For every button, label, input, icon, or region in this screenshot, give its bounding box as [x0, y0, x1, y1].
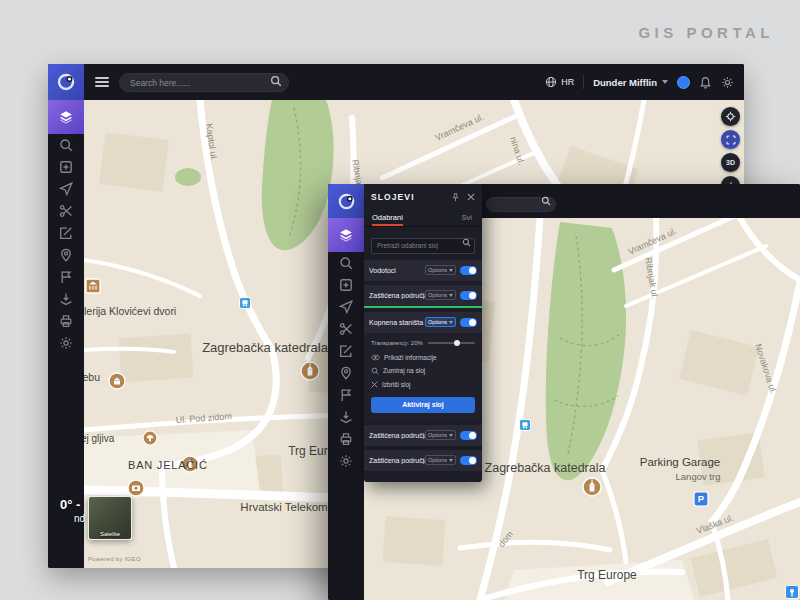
mushroom-poi-icon[interactable] — [143, 431, 157, 445]
layer-toggle[interactable] — [460, 456, 477, 465]
sidebar-item-add[interactable] — [328, 274, 364, 296]
search-icon[interactable] — [462, 238, 471, 247]
sidebar-item-layers[interactable] — [48, 100, 84, 134]
place-label-trg-europe: Trg Europe — [577, 568, 637, 582]
search-input[interactable] — [119, 73, 289, 92]
parking-letter: P — [698, 493, 705, 504]
place-label-galerija: Galerija Klovićevi dvori — [84, 305, 176, 317]
sidebar-item-print[interactable] — [328, 428, 364, 450]
menu-item-delete-layer[interactable]: Izbriši sloj — [371, 378, 475, 391]
menu-icon[interactable] — [95, 74, 109, 89]
sidebar-item-marker[interactable] — [48, 244, 84, 266]
cathedral-poi-icon[interactable] — [301, 362, 319, 380]
3d-control[interactable]: 3D — [721, 153, 740, 172]
search-icon[interactable] — [270, 75, 282, 87]
transit-marker-icon[interactable] — [240, 298, 251, 309]
gallery-poi-icon[interactable] — [86, 279, 100, 293]
sidebar-item-import[interactable] — [328, 406, 364, 428]
layer-search-input[interactable] — [371, 238, 475, 254]
bell-icon[interactable] — [699, 76, 712, 89]
sidebar-item-print[interactable] — [48, 310, 84, 332]
page-title: GIS PORTAL — [638, 24, 774, 41]
transparency-slider[interactable] — [428, 339, 475, 347]
edit-icon — [339, 344, 353, 358]
account-name: Dunder Mifflin — [593, 77, 657, 88]
layer-row-zasticena-2[interactable]: Zaštićena područja Options — [364, 425, 482, 446]
layer-name: Zaštićena područja — [369, 432, 425, 439]
tab-svi[interactable]: Svi — [462, 213, 474, 226]
front-global-search — [486, 193, 556, 212]
app-logo[interactable] — [48, 64, 84, 100]
place-label-zagrebu: Zagrebu — [84, 371, 100, 383]
slider-knob[interactable] — [454, 340, 460, 346]
camera-poi-icon[interactable] — [128, 480, 144, 496]
options-dropdown[interactable]: Options — [425, 265, 456, 275]
sidebar-item-send[interactable] — [328, 296, 364, 318]
layer-toggle[interactable] — [460, 266, 477, 275]
sidebar-item-send[interactable] — [48, 178, 84, 200]
menu-label: Izbriši sloj — [382, 381, 411, 388]
options-label: Options — [428, 292, 447, 298]
caret-down-icon — [449, 459, 453, 462]
sidebar-item-import[interactable] — [48, 288, 84, 310]
layer-toggle[interactable] — [460, 431, 477, 440]
layer-row-kopnena[interactable]: Kopnena staništa Options — [364, 312, 482, 333]
place-label-telekom: Hrvatski Telekom — [240, 501, 327, 513]
locate-mini-icon[interactable] — [786, 586, 799, 599]
sidebar-item-edit[interactable] — [48, 222, 84, 244]
layer-toggle[interactable] — [460, 291, 477, 300]
layer-row-zasticena-3[interactable]: Zaštićena područja Options — [364, 450, 482, 471]
close-icon[interactable] — [467, 193, 475, 201]
sidebar-item-marker[interactable] — [328, 362, 364, 384]
sidebar-item-measure[interactable] — [48, 200, 84, 222]
menu-item-zoom-layer[interactable]: Zumiraj na sloj — [371, 364, 475, 378]
pin-icon[interactable] — [451, 193, 460, 202]
locate-icon — [725, 111, 736, 122]
cathedral-poi-icon[interactable] — [583, 478, 601, 496]
museum-poi-icon[interactable] — [109, 373, 125, 389]
logo-icon — [56, 72, 76, 92]
options-dropdown[interactable]: Options — [425, 430, 456, 440]
sidebar-item-measure[interactable] — [328, 318, 364, 340]
add-square-icon — [59, 160, 73, 174]
parking-poi-icon[interactable]: P — [694, 492, 708, 506]
scissors-icon — [339, 322, 353, 336]
screenshot-control[interactable] — [721, 130, 740, 149]
sidebar-item-search[interactable] — [48, 134, 84, 156]
basemap-switcher[interactable]: Satelite — [88, 496, 132, 540]
active-layer-indicator — [364, 306, 482, 308]
layer-row-zasticena-1[interactable]: Zaštićena područja Options — [364, 285, 482, 306]
layers-panel: SLOJEVI Odabrani Svi Vodotoci Options Za… — [364, 184, 482, 482]
gear-icon[interactable] — [721, 76, 734, 89]
sidebar-item-route[interactable] — [48, 266, 84, 288]
layer-detail: Transparency: 20% Prikaži informacije Zu… — [364, 333, 482, 421]
sidebar-item-settings[interactable] — [48, 332, 84, 354]
search-icon[interactable] — [541, 196, 551, 206]
language-switcher[interactable]: HR — [545, 76, 574, 88]
account-menu[interactable]: Dunder Mifflin — [593, 77, 668, 88]
activate-layer-button[interactable]: Aktiviraj sloj — [371, 397, 475, 413]
options-dropdown[interactable]: Options — [425, 317, 456, 327]
sidebar-item-search[interactable] — [328, 252, 364, 274]
options-dropdown[interactable]: Options — [425, 290, 456, 300]
sidebar-item-route[interactable] — [328, 384, 364, 406]
layer-row-vodotoci[interactable]: Vodotoci Options — [364, 260, 482, 281]
sidebar-item-edit[interactable] — [328, 340, 364, 362]
powered-by: Powered by IGEO — [88, 556, 141, 562]
transit-marker-icon[interactable] — [520, 420, 531, 431]
sidebar-item-settings[interactable] — [328, 450, 364, 472]
panel-tabs: Odabrani Svi — [364, 208, 482, 227]
tab-odabrani[interactable]: Odabrani — [372, 213, 403, 226]
avatar[interactable] — [677, 76, 690, 89]
map-marker-icon — [339, 366, 353, 380]
sidebar-item-layers[interactable] — [328, 218, 364, 252]
transparency-label: Transparency: 20% — [371, 340, 423, 346]
app-logo[interactable] — [328, 184, 364, 218]
menu-item-show-info[interactable]: Prikaži informacije — [371, 351, 475, 364]
layer-toggle[interactable] — [460, 318, 477, 327]
layer-download-icon — [339, 410, 353, 424]
sidebar-item-add[interactable] — [48, 156, 84, 178]
layer-name: Zaštićena područja — [369, 457, 425, 464]
options-dropdown[interactable]: Options — [425, 455, 456, 465]
locate-control[interactable] — [721, 107, 740, 126]
